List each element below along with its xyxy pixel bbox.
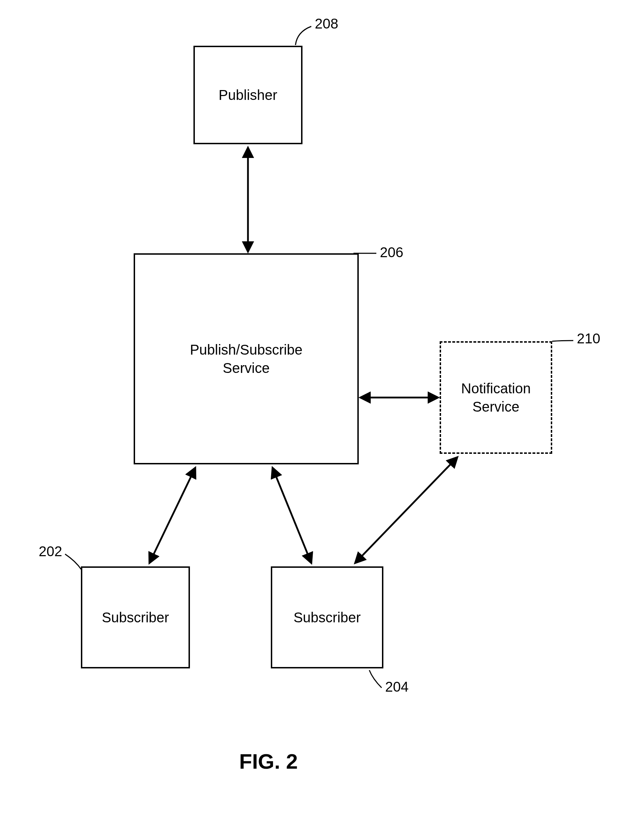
- conn-service-subscriber2: [273, 468, 311, 563]
- figure-caption: FIG. 2: [239, 749, 298, 774]
- subscriber1-ref: 202: [39, 544, 62, 559]
- publisher-box: Publisher: [193, 46, 302, 144]
- subscriber2-label: Subscriber: [293, 608, 361, 627]
- conn-notification-subscriber2: [355, 458, 457, 563]
- publisher-label: Publisher: [219, 86, 278, 104]
- leader-210: [552, 341, 573, 341]
- service-label: Publish/Subscribe Service: [190, 341, 302, 377]
- leader-204: [369, 670, 382, 688]
- subscriber2-ref: 204: [385, 679, 409, 695]
- service-box: Publish/Subscribe Service: [134, 253, 359, 464]
- subscriber1-label: Subscriber: [102, 608, 169, 627]
- service-ref: 206: [380, 245, 403, 260]
- subscriber2-box: Subscriber: [271, 566, 384, 669]
- publisher-ref: 208: [315, 16, 338, 32]
- leader-208: [296, 26, 311, 45]
- notification-box: Notification Service: [439, 341, 552, 454]
- notification-label: Notification Service: [461, 379, 531, 416]
- leader-202: [65, 554, 81, 570]
- notification-ref: 210: [577, 331, 600, 347]
- subscriber1-box: Subscriber: [81, 566, 190, 669]
- diagram-canvas: Publisher Publish/Subscribe Service Noti…: [0, 0, 644, 832]
- conn-service-subscriber1: [150, 468, 195, 563]
